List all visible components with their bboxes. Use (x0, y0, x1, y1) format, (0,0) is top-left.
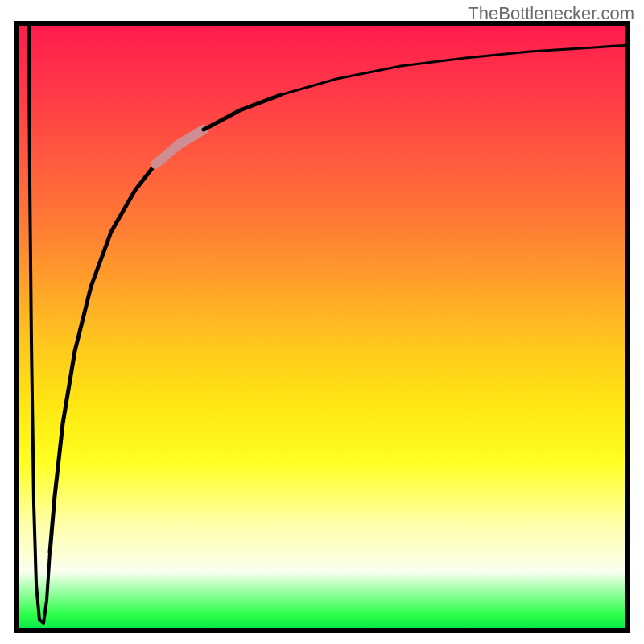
series-dip-segment (29, 21, 50, 623)
series-knee-highlight (155, 130, 204, 164)
series-rising-segment-2 (204, 95, 280, 130)
series-plateau (280, 45, 630, 95)
chart-curve-layer (14, 21, 630, 633)
series-rising-segment-1 (50, 164, 155, 552)
chart-plot-area (14, 21, 630, 633)
curve-group (29, 21, 630, 623)
